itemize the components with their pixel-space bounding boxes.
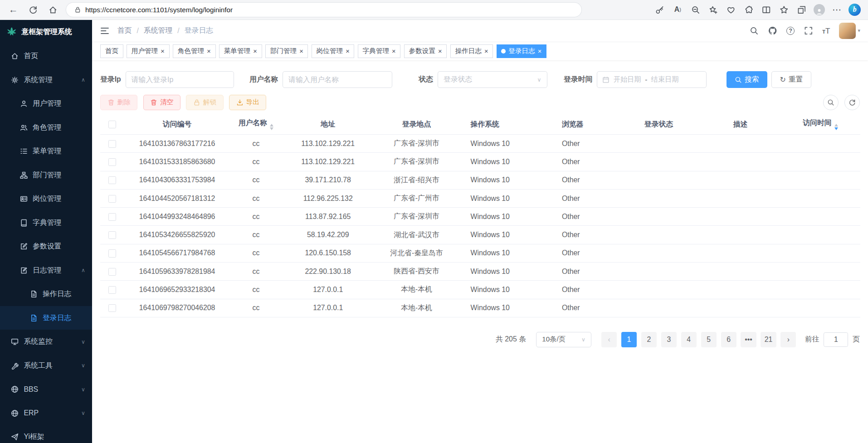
close-tab-icon[interactable]: ×: [346, 48, 350, 55]
tab-item[interactable]: 部门管理×: [265, 44, 308, 58]
collections-icon[interactable]: [794, 3, 809, 17]
sidebar-item-log-manage[interactable]: 日志管理∧: [0, 258, 92, 282]
close-tab-icon[interactable]: ×: [161, 48, 165, 55]
sidebar-item-erp[interactable]: ERP∨: [0, 401, 92, 425]
question-icon[interactable]: ?: [786, 27, 795, 35]
sort-caret-icon[interactable]: [834, 124, 838, 130]
row-checkbox[interactable]: [108, 213, 116, 221]
sidebar-item-dict-manage[interactable]: 字典管理: [0, 211, 92, 234]
close-tab-icon[interactable]: ×: [299, 48, 303, 55]
close-tab-icon[interactable]: ×: [207, 48, 211, 55]
tab-item[interactable]: 菜单管理×: [219, 44, 262, 58]
user-name-input[interactable]: [283, 71, 392, 88]
fullscreen-icon[interactable]: [804, 26, 813, 35]
back-icon[interactable]: ←: [5, 3, 21, 17]
tab-item[interactable]: 用户管理×: [127, 44, 170, 58]
sidebar-item-system-manage[interactable]: 系统管理∧: [0, 68, 92, 92]
close-tab-icon[interactable]: ×: [438, 48, 442, 55]
sidebar-item-system-tools[interactable]: 系统工具∨: [0, 354, 92, 377]
sidebar-item-system-monitor[interactable]: 系统监控∨: [0, 330, 92, 353]
page-button-3[interactable]: 3: [661, 332, 677, 347]
close-tab-icon[interactable]: ×: [253, 48, 257, 55]
bing-icon[interactable]: b: [847, 3, 863, 17]
collapse-menu-icon[interactable]: [100, 26, 110, 36]
page-size-select[interactable]: 10条/页 ∨: [536, 332, 591, 347]
essentials-icon[interactable]: [723, 3, 738, 17]
select-all-checkbox[interactable]: [108, 121, 116, 128]
tab-item[interactable]: 角色管理×: [173, 44, 216, 58]
sidebar-item-menu-manage[interactable]: 菜单管理: [0, 140, 92, 163]
tab-item[interactable]: 字典管理×: [358, 44, 401, 58]
page-button-2[interactable]: 2: [641, 332, 657, 347]
tab-item[interactable]: 操作日志×: [450, 44, 493, 58]
tab-item[interactable]: 岗位管理×: [312, 44, 355, 58]
sidebar-item-role-manage[interactable]: 角色管理: [0, 116, 92, 139]
sidebar-item-bbs[interactable]: BBS∨: [0, 377, 92, 401]
home-icon[interactable]: [45, 3, 61, 17]
sidebar-item-param-settings[interactable]: 参数设置: [0, 235, 92, 258]
sidebar-item-login-log[interactable]: 登录日志: [0, 306, 92, 330]
row-checkbox[interactable]: [108, 158, 116, 166]
favorites-icon[interactable]: [776, 3, 791, 17]
split-screen-icon[interactable]: [758, 3, 774, 17]
page-button-6[interactable]: 6: [721, 332, 736, 347]
user-avatar[interactable]: ▾: [839, 23, 860, 39]
font-size-icon[interactable]: TT: [822, 25, 830, 36]
tab-item[interactable]: 登录日志×: [497, 44, 546, 58]
reload-icon[interactable]: [25, 3, 41, 17]
close-tab-icon[interactable]: ×: [538, 48, 542, 55]
search-button[interactable]: 搜索: [727, 71, 767, 88]
clear-button[interactable]: 清空: [143, 95, 180, 110]
page-button-4[interactable]: 4: [681, 332, 697, 347]
next-page-button[interactable]: ›: [780, 332, 796, 347]
sort-caret-icon[interactable]: [270, 124, 273, 130]
tab-item[interactable]: 参数设置×: [404, 44, 447, 58]
refresh-table-button[interactable]: [844, 95, 860, 110]
reset-button[interactable]: ↻ 重置: [771, 71, 811, 88]
row-checkbox[interactable]: [108, 286, 116, 294]
row-checkbox[interactable]: [108, 140, 116, 148]
login-ip-input[interactable]: [126, 71, 234, 88]
tab-item[interactable]: 首页: [100, 44, 123, 58]
star-plus-icon[interactable]: [705, 3, 721, 17]
breadcrumb-home[interactable]: 首页: [117, 26, 132, 35]
unlock-button[interactable]: 解锁: [186, 95, 223, 110]
more-pages-button[interactable]: •••: [741, 332, 756, 347]
login-time-range-picker[interactable]: 开始日期 - 结束日期: [597, 71, 707, 88]
delete-button[interactable]: 删除: [100, 95, 137, 110]
goto-page-input[interactable]: [824, 332, 848, 347]
key-icon[interactable]: [652, 3, 668, 17]
github-icon[interactable]: [768, 26, 777, 35]
read-aloud-icon[interactable]: A): [670, 3, 685, 17]
toggle-search-button[interactable]: [823, 95, 839, 110]
close-tab-icon[interactable]: ×: [484, 48, 488, 55]
page-button-1[interactable]: 1: [621, 332, 637, 347]
breadcrumb-system[interactable]: 系统管理: [144, 26, 172, 35]
sidebar-item-post-manage[interactable]: 岗位管理: [0, 187, 92, 211]
export-button[interactable]: 导出: [229, 95, 266, 110]
row-checkbox[interactable]: [108, 231, 116, 239]
row-checkbox[interactable]: [108, 195, 116, 203]
row-checkbox[interactable]: [108, 268, 116, 276]
sidebar-item-user-manage[interactable]: 用户管理: [0, 92, 92, 116]
sidebar-item-home[interactable]: 首页: [0, 44, 92, 68]
sidebar-item-operation-log[interactable]: 操作日志: [0, 282, 92, 306]
row-checkbox[interactable]: [108, 304, 116, 312]
row-checkbox[interactable]: [108, 176, 116, 184]
column-header[interactable]: 用户名称: [230, 115, 283, 135]
profile-icon[interactable]: [812, 3, 827, 17]
close-tab-icon[interactable]: ×: [392, 48, 396, 55]
more-dots-icon[interactable]: ⋯: [829, 3, 845, 17]
sidebar-item-yi-framework[interactable]: Yi框架: [0, 425, 92, 443]
search-icon[interactable]: [750, 26, 759, 35]
extensions-icon[interactable]: [741, 3, 756, 17]
sidebar-item-dept-manage[interactable]: 部门管理: [0, 163, 92, 187]
column-header[interactable]: 访问时间: [780, 115, 860, 135]
page-button-5[interactable]: 5: [701, 332, 717, 347]
page-button-21[interactable]: 21: [761, 332, 776, 347]
zoom-out-icon[interactable]: [688, 3, 703, 17]
row-checkbox[interactable]: [108, 249, 116, 257]
url-bar[interactable]: https://ccnetcore.com:1101/system/log/lo…: [66, 3, 581, 17]
status-select[interactable]: 登录状态 ∨: [438, 71, 547, 88]
prev-page-button[interactable]: ‹: [601, 332, 617, 347]
